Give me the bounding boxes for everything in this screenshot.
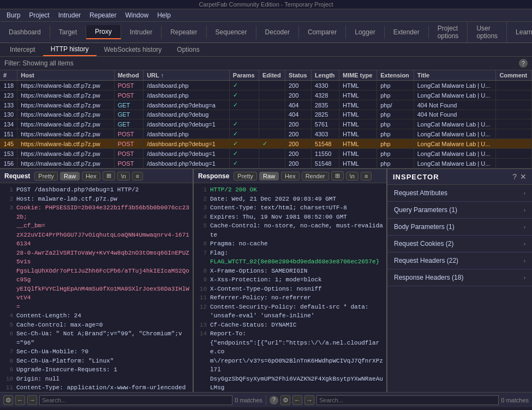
inspector-close-icon[interactable]: ✕ xyxy=(520,172,527,181)
request-line: yEIQlfkFVYClHgEpAnM4mSu0fXo1MA9SXlrJoexS… xyxy=(2,285,190,303)
settings-right-icon[interactable]: ⚙ xyxy=(280,395,290,405)
tab-sequencer[interactable]: Sequencer xyxy=(207,26,256,39)
filter-bar: Filter: Showing all items ? xyxy=(0,57,532,70)
table-row[interactable]: 151https://malware-lab.ctf.p7z.pwPOST/da… xyxy=(0,129,532,139)
req-btn-special[interactable]: ⊞ xyxy=(103,171,115,180)
res-btn-raw[interactable]: Raw xyxy=(259,172,279,180)
req-btn-pretty[interactable]: Pretty xyxy=(34,172,58,180)
back-right-icon[interactable]: ← xyxy=(292,395,302,405)
tab-intercept[interactable]: Intercept xyxy=(2,44,43,56)
inspector-section[interactable]: Request Attributes › xyxy=(387,185,532,202)
table-row[interactable]: 134https://malware-lab.ctf.p7z.pwGET/das… xyxy=(0,119,532,129)
request-panel: Request Pretty Raw Hex ⊞ \n ≡ 1POST /das… xyxy=(0,169,194,392)
col-ext[interactable]: Extension xyxy=(377,70,414,81)
inspector-section[interactable]: Body Parameters (1) › xyxy=(387,219,532,236)
tab-dashboard[interactable]: Dashboard xyxy=(0,26,50,39)
menu-intruder[interactable]: Intruder xyxy=(54,10,85,20)
tab-comparer[interactable]: Comparer xyxy=(299,26,346,39)
req-btn-slash-n[interactable]: \n xyxy=(117,172,130,180)
req-btn-list[interactable]: ≡ xyxy=(132,172,143,180)
bottom-left: ⚙ ← → 0 matches xyxy=(0,395,266,405)
chevron-down-icon: › xyxy=(524,190,525,196)
forward-icon[interactable]: → xyxy=(27,395,37,405)
tab-extender[interactable]: Extender xyxy=(385,26,429,39)
table-row[interactable]: 156https://malware-lab.ctf.p7z.pwPOST/da… xyxy=(0,159,532,168)
response-line: m\/report\/v3?s=6pO0%2BlnTnK6HWdhpWCIVqJ… xyxy=(196,357,384,375)
tab-logger[interactable]: Logger xyxy=(346,26,384,39)
res-btn-render[interactable]: Render xyxy=(302,172,329,180)
table-row[interactable]: 118https://malware-lab.ctf.p7z.pwPOST/da… xyxy=(0,81,532,91)
col-comment[interactable]: Comment xyxy=(496,70,532,81)
inspector-section[interactable]: Query Parameters (1) › xyxy=(387,202,532,219)
inspector-icons: ? ✕ xyxy=(512,172,527,181)
help-icon[interactable]: ? xyxy=(519,59,528,68)
back-icon[interactable]: ← xyxy=(15,395,25,405)
bottom-bar: ⚙ ← → 0 matches ? ⚙ ← → 0 matches xyxy=(0,392,532,407)
response-line: 12Content-Security-Policy: default-src *… xyxy=(196,303,384,312)
search-left-input[interactable] xyxy=(39,395,232,405)
menu-bar: Burp Project Intruder Repeater Window He… xyxy=(0,9,532,22)
search-right-input[interactable] xyxy=(316,395,499,405)
inspector-section[interactable]: Response Headers (18) › xyxy=(387,269,532,286)
request-line: 3Cookie: PHPSESSID=2b034e322b1ff3b56b5b0… xyxy=(2,203,190,221)
inspector-panel: INSPECTOR ? ✕ Request Attributes › Query… xyxy=(387,169,532,392)
request-line: 10Origin: null xyxy=(2,375,190,384)
response-line: 13Cf-Cache-Status: DYNAMIC xyxy=(196,321,384,330)
menu-window[interactable]: Window xyxy=(121,10,153,20)
request-line: 11Content-Type: application/x-www-form-u… xyxy=(2,383,190,392)
tab-repeater[interactable]: Repeater xyxy=(162,26,206,39)
tab-intruder[interactable]: Intruder xyxy=(121,26,162,39)
req-btn-raw[interactable]: Raw xyxy=(60,172,80,180)
col-method[interactable]: Method xyxy=(114,70,144,81)
res-btn-slash-n[interactable]: \n xyxy=(346,172,358,180)
col-status[interactable]: Status xyxy=(285,70,311,81)
tab-learn[interactable]: Learn xyxy=(507,26,532,39)
table-row[interactable]: 123https://malware-lab.ctf.p7z.pwPOST/da… xyxy=(0,91,532,100)
tab-decoder[interactable]: Decoder xyxy=(256,26,299,39)
res-btn-special[interactable]: ⊞ xyxy=(331,171,344,180)
bottom-right: ? ⚙ ← → 0 matches xyxy=(266,395,532,405)
chevron-down-icon: › xyxy=(524,224,525,230)
help-bottom-icon[interactable]: ? xyxy=(270,396,278,405)
inspector-section[interactable]: Request Headers (22) › xyxy=(387,252,532,269)
col-id[interactable]: # xyxy=(0,70,17,81)
table-row[interactable]: 130https://malware-lab.ctf.p7z.pwGET/das… xyxy=(0,110,532,119)
req-btn-hex[interactable]: Hex xyxy=(82,172,100,180)
menu-help[interactable]: Help xyxy=(153,10,175,20)
filter-label[interactable]: Filter: Showing all items xyxy=(4,59,74,67)
forward-right-icon[interactable]: → xyxy=(304,395,314,405)
res-btn-hex[interactable]: Hex xyxy=(281,172,300,180)
main-tab-bar: Dashboard Target Proxy Intruder Repeater… xyxy=(0,22,532,43)
menu-project[interactable]: Project xyxy=(25,10,53,20)
chevron-down-icon: › xyxy=(524,207,525,213)
table-row[interactable]: 133https://malware-lab.ctf.p7z.pwGET/das… xyxy=(0,100,532,110)
col-host[interactable]: Host xyxy=(17,70,114,81)
col-length[interactable]: Length xyxy=(311,70,339,81)
settings-icon[interactable]: ⚙ xyxy=(3,395,13,405)
col-title[interactable]: Title xyxy=(414,70,496,81)
col-edited[interactable]: Edited xyxy=(259,70,285,81)
res-btn-pretty[interactable]: Pretty xyxy=(234,172,257,180)
menu-repeater[interactable]: Repeater xyxy=(85,10,121,20)
tab-options[interactable]: Options xyxy=(169,44,207,56)
tab-proxy[interactable]: Proxy xyxy=(86,25,121,39)
request-line: 1POST /dashboard.php?debug=1 HTTP/2 xyxy=(2,185,190,195)
table-row[interactable]: 145https://malware-lab.ctf.p7z.pwPOST/da… xyxy=(0,139,532,149)
tab-target[interactable]: Target xyxy=(50,26,86,39)
table-row[interactable]: 153https://malware-lab.ctf.p7z.pwPOST/da… xyxy=(0,149,532,159)
col-params[interactable]: Params xyxy=(229,70,259,81)
tab-websockets-history[interactable]: WebSockets history xyxy=(97,44,170,56)
menu-burp[interactable]: Burp xyxy=(2,10,25,20)
tab-project-options[interactable]: Project options xyxy=(429,22,468,43)
tab-user-options[interactable]: User options xyxy=(468,22,507,43)
inspector-section[interactable]: Request Cookies (2) › xyxy=(387,236,532,252)
inspector-help-icon[interactable]: ? xyxy=(512,172,517,181)
col-mime[interactable]: MIME type xyxy=(339,70,376,81)
response-label: Response xyxy=(198,172,229,180)
col-url[interactable]: URL ↑ xyxy=(144,70,230,81)
tab-http-history[interactable]: HTTP history xyxy=(43,43,97,56)
response-panel-header: Response Pretty Raw Hex Render ⊞ \n ≡ xyxy=(194,169,386,183)
res-btn-list[interactable]: ≡ xyxy=(361,172,372,180)
response-line: 11Referrer-Policy: no-referrer xyxy=(196,293,384,303)
matches-right: 0 matches xyxy=(501,397,529,403)
